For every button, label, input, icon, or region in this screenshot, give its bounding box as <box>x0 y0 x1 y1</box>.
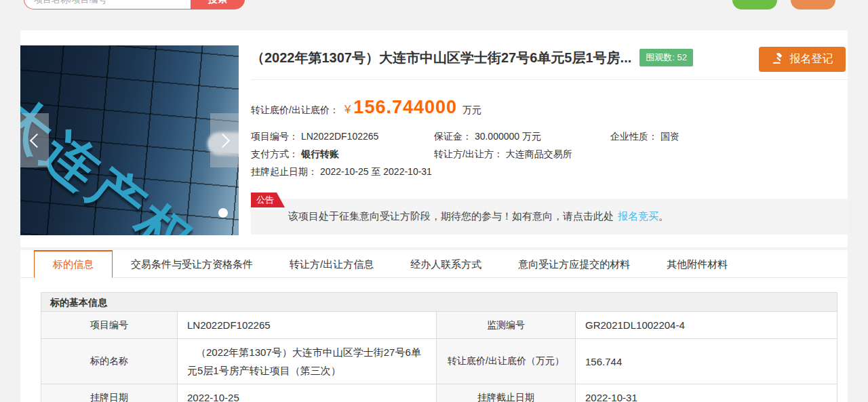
field-value: 大连商品交易所 <box>506 148 572 159</box>
tab-required-materials[interactable]: 意向受让方应提交的材料 <box>500 250 648 277</box>
carousel-dot-indicator[interactable] <box>218 208 228 218</box>
field-value: 30.000000 <box>475 131 519 142</box>
cell-label: 监测编号 <box>436 312 575 338</box>
register-button-label: 报名登记 <box>790 52 833 66</box>
chevron-right-icon <box>215 133 229 147</box>
signup-bid-link[interactable]: 报名竞买 <box>618 210 658 223</box>
currency-symbol: ¥ <box>344 103 351 117</box>
tab-agent-contact[interactable]: 经办人联系方式 <box>392 250 500 277</box>
tab-trade-conditions[interactable]: 交易条件与受让方资格条件 <box>113 250 271 277</box>
tab-other-attachments[interactable]: 其他附件材料 <box>648 250 746 277</box>
field-project-no: 项目编号： LN2022DF102265 <box>251 131 378 143</box>
image-carousel: 大连产权 <box>20 45 239 235</box>
field-label: 保证金： <box>434 131 472 142</box>
subject-basic-info-table: 标的基本信息 项目编号 LN2022DF102265 监测编号 GR2021DL… <box>41 292 837 402</box>
title-divider <box>251 79 848 80</box>
field-value: 国资 <box>660 131 679 142</box>
tab-transferor-info[interactable]: 转让方/出让方信息 <box>271 250 392 277</box>
field-label: 支付方式： <box>251 148 298 159</box>
detail-section-card: 标的信息 交易条件与受让方资格条件 转让方/出让方信息 经办人联系方式 意向受让… <box>20 250 848 402</box>
field-payment-method: 支付方式： 银行转账 <box>251 148 339 161</box>
price-label: 转让底价/出让底价： <box>251 104 339 117</box>
notice-box: 公告 该项目处于征集意向受让方阶段，期待您的参与！如有意向，请点击此处 报名竞买… <box>251 193 848 235</box>
field-unit: 万元 <box>522 131 541 142</box>
carousel-next-button[interactable] <box>210 113 239 167</box>
search-bar: 搜索 <box>24 0 245 9</box>
field-value: 2022-10-25 至 2022-10-31 <box>320 166 432 177</box>
cell-value: GR2021DL1002204-4 <box>575 312 837 338</box>
views-count-badge: 围观数: 52 <box>639 49 693 66</box>
topbar-green-button[interactable] <box>732 0 777 9</box>
topbar-orange-button[interactable] <box>791 0 835 9</box>
table-row: 挂牌日期 2022-10-25 挂牌截止日期 2022-10-31 <box>41 384 837 402</box>
cell-label: 挂牌截止日期 <box>436 384 575 402</box>
cell-label: 挂牌日期 <box>41 384 177 402</box>
chevron-left-icon <box>29 133 43 147</box>
field-label: 企业性质： <box>610 131 658 142</box>
register-button[interactable]: 报名登记 <box>759 47 846 72</box>
listing-details: （2022年第1307号）大连市中山区学士街27号6单元5层1号房... 围观数… <box>251 31 848 247</box>
notice-text: 该项目处于征集意向受让方阶段，期待您的参与！如有意向，请点击此处 <box>288 210 614 223</box>
tab-bar: 标的信息 交易条件与受让方资格条件 转让方/出让方信息 经办人联系方式 意向受让… <box>20 250 848 278</box>
field-label: 项目编号： <box>251 131 298 142</box>
table-row: 项目编号 LN2022DF102265 监测编号 GR2021DL1002204… <box>41 312 837 338</box>
cell-value: （2022年第1307号）大连市中山区学士街27号6单元5层1号房产转让项目（第… <box>177 339 436 384</box>
field-enterprise-type: 企业性质： 国资 <box>610 131 679 143</box>
cell-value: LN2022DF102265 <box>177 312 436 338</box>
table-row: 标的名称 （2022年第1307号）大连市中山区学士街27号6单元5层1号房产转… <box>41 338 837 384</box>
field-transferor: 转让方/出让方： 大连商品交易所 <box>434 148 572 161</box>
cell-value: 2022-10-25 <box>177 384 436 402</box>
price-unit: 万元 <box>462 104 481 117</box>
field-value: LN2022DF102265 <box>301 131 378 142</box>
cell-value: 156.744 <box>575 339 837 384</box>
cell-label: 转让底价/出让底价（万元） <box>436 339 575 384</box>
field-label: 挂牌起止日期： <box>251 166 317 177</box>
carousel-prev-button[interactable] <box>20 113 49 167</box>
price-row: 转让底价/出让底价： ¥ 156.744000 万元 <box>251 97 481 118</box>
gavel-icon <box>772 53 785 66</box>
listing-photo: 大连产权 <box>20 45 239 235</box>
cell-label: 标的名称 <box>41 339 177 384</box>
cell-label: 项目编号 <box>41 312 177 338</box>
tab-subject-info[interactable]: 标的信息 <box>34 250 113 278</box>
notice-tag: 公告 <box>251 193 285 207</box>
price-value: 156.744000 <box>353 97 457 118</box>
field-deposit: 保证金： 30.000000 万元 <box>434 131 541 143</box>
listing-title: （2022年第1307号）大连市中山区学士街27号6单元5层1号房... <box>251 48 631 67</box>
field-value: 银行转账 <box>301 148 339 159</box>
search-input[interactable] <box>24 0 191 9</box>
field-label: 转让方/出让方： <box>434 148 503 159</box>
listing-card: 大连产权 （2022年第1307号）大连市中山区学士街27号6单元5层1号房..… <box>20 31 848 247</box>
cell-value: 2022-10-31 <box>575 384 837 402</box>
table-section-title: 标的基本信息 <box>41 293 837 312</box>
search-button[interactable]: 搜索 <box>191 0 245 9</box>
notice-suffix: 。 <box>658 210 669 223</box>
field-listing-period: 挂牌起止日期： 2022-10-25 至 2022-10-31 <box>251 166 432 178</box>
